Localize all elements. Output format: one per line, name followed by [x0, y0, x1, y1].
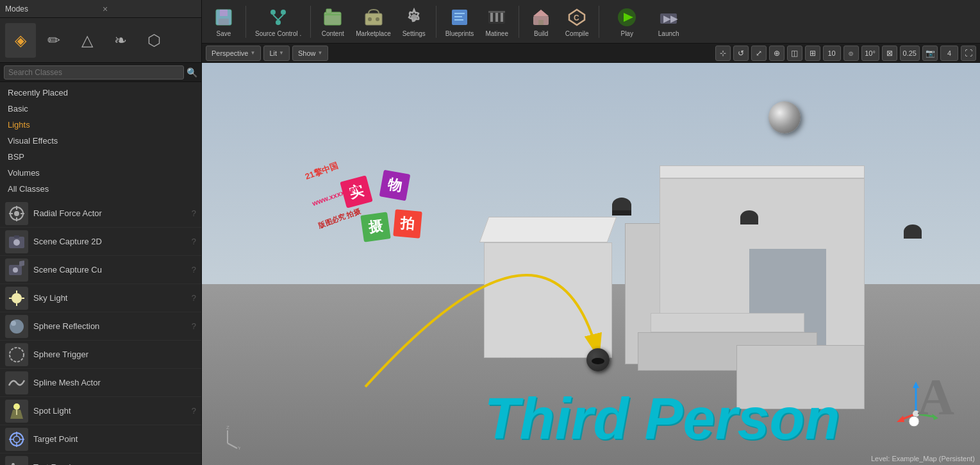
item-icon: [5, 315, 28, 338]
angle-value[interactable]: 10°: [861, 46, 879, 61]
help-icon[interactable]: ?: [192, 237, 196, 246]
viewport-toolbar: Perspective ▼ Lit ▼ Show ▼ ⊹ ↺ ⤢ ⊕ ◫ ⊞ 1…: [202, 44, 980, 63]
item-icon: [5, 202, 28, 225]
list-item[interactable]: Aa Text Render: [0, 453, 201, 465]
source-control-button[interactable]: Source Control .: [251, 3, 305, 41]
source-control-icon: [267, 6, 290, 29]
lit-dropdown-button[interactable]: Lit ▼: [263, 46, 290, 61]
list-item[interactable]: Target Point: [0, 425, 201, 453]
svg-point-7: [13, 239, 20, 246]
step-block-2: [651, 313, 804, 332]
category-basic[interactable]: Basic: [0, 101, 201, 117]
play-button[interactable]: Play: [604, 3, 649, 41]
build-icon: [529, 6, 552, 29]
sep-2: [310, 6, 311, 38]
marketplace-label: Marketplace: [356, 30, 390, 37]
angle-snap-icon-btn[interactable]: ⌾: [843, 46, 859, 61]
help-icon[interactable]: ?: [192, 208, 196, 218]
list-item[interactable]: Sphere Trigger: [0, 341, 201, 369]
modes-header: Modes ×: [0, 0, 201, 18]
maximize-icon-btn[interactable]: ⛶: [961, 46, 976, 61]
svg-point-37: [281, 10, 286, 15]
help-icon[interactable]: ?: [192, 265, 196, 275]
show-dropdown-button[interactable]: Show ▼: [292, 46, 328, 61]
third-person-title: Third Person: [484, 386, 840, 452]
sphere-object: [768, 101, 801, 133]
category-lights[interactable]: Lights: [0, 117, 201, 133]
search-input[interactable]: [4, 65, 184, 80]
settings-icon: [403, 6, 426, 29]
item-label: Sky Light: [33, 293, 187, 303]
build-button[interactable]: Build: [524, 3, 558, 41]
foliage-mode-icon[interactable]: ❧: [105, 23, 136, 58]
modes-close-button[interactable]: ×: [103, 4, 196, 14]
actors-list: Radial Force Actor ? Scene Capture 2D ? …: [0, 199, 201, 465]
category-bsp[interactable]: BSP: [0, 149, 201, 165]
svg-text:▶▶: ▶▶: [663, 13, 678, 24]
svg-text:Aa: Aa: [9, 461, 24, 466]
marketplace-button[interactable]: Marketplace: [352, 3, 394, 41]
item-label: Text Render: [33, 462, 196, 465]
svg-rect-35: [219, 19, 229, 25]
scale-snap-icon-btn[interactable]: ⊠: [882, 46, 897, 61]
matinee-icon: [485, 6, 508, 29]
content-icon: [321, 6, 344, 29]
sep-4: [519, 6, 519, 38]
3d-viewport[interactable]: 实 物 拍 摄 21擎中国 www.xxxx.com 版图必究 拍摄 Third…: [202, 63, 980, 465]
camera-speed-value[interactable]: 4: [940, 46, 958, 61]
compile-button[interactable]: C Compile: [560, 3, 594, 41]
marketplace-icon: [362, 6, 385, 29]
source-control-label: Source Control .: [255, 30, 301, 37]
rotate-icon-btn[interactable]: ↺: [733, 46, 749, 61]
category-all-classes[interactable]: All Classes: [0, 181, 201, 197]
translate-icon-btn[interactable]: ⊹: [715, 46, 731, 61]
list-item[interactable]: Radial Force Actor ?: [0, 199, 201, 228]
matinee-button[interactable]: Matinee: [480, 3, 513, 41]
item-label: Radial Force Actor: [33, 208, 187, 218]
content-button[interactable]: Content: [316, 3, 349, 41]
svg-rect-10: [19, 260, 24, 266]
item-icon: [5, 428, 28, 451]
item-icon: [5, 400, 28, 423]
grid-size-value[interactable]: 10: [823, 46, 841, 61]
svg-rect-43: [365, 13, 382, 25]
viewport-right-tools: ⊹ ↺ ⤢ ⊕ ◫ ⊞ 10 ⌾ 10° ⊠ 0.25 📷 4 ⛶: [715, 46, 976, 61]
category-recently-placed[interactable]: Recently Placed: [0, 85, 201, 101]
save-button[interactable]: Save: [207, 3, 240, 41]
compile-icon: C: [565, 6, 588, 29]
scale-icon-btn[interactable]: ⤢: [751, 46, 767, 61]
landscape-mode-icon[interactable]: △: [72, 23, 103, 58]
world-local-icon-btn[interactable]: ⊕: [769, 46, 785, 61]
scale-value[interactable]: 0.25: [900, 46, 920, 61]
item-icon: [5, 230, 28, 253]
help-icon[interactable]: ?: [192, 321, 196, 331]
list-item[interactable]: Sphere Reflection ?: [0, 312, 201, 341]
show-caret-icon: ▼: [317, 50, 322, 56]
category-visual-effects[interactable]: Visual Effects: [0, 133, 201, 149]
item-label: Target Point: [33, 434, 196, 444]
sep-3: [436, 6, 436, 38]
play-icon: [615, 6, 638, 29]
list-item[interactable]: Scene Capture Cu ?: [0, 256, 201, 284]
blueprints-button[interactable]: Blueprints: [442, 3, 478, 41]
geometry-mode-icon[interactable]: ⬡: [138, 23, 169, 58]
launch-icon: ▶▶: [657, 6, 680, 29]
surface-snap-icon-btn[interactable]: ◫: [787, 46, 802, 61]
list-item[interactable]: Spline Mesh Actor: [0, 369, 201, 397]
svg-rect-52: [490, 13, 493, 22]
category-volumes[interactable]: Volumes: [0, 165, 201, 181]
list-item[interactable]: Spot Light ?: [0, 397, 201, 425]
camera-speed-icon-btn[interactable]: 📷: [922, 46, 938, 61]
list-item[interactable]: Scene Capture 2D ?: [0, 228, 201, 256]
grid-snap-icon-btn[interactable]: ⊞: [805, 46, 820, 61]
help-icon[interactable]: ?: [192, 293, 196, 303]
perspective-dropdown-button[interactable]: Perspective ▼: [206, 46, 261, 61]
launch-button[interactable]: ▶▶ Launch: [652, 3, 685, 41]
help-icon[interactable]: ?: [192, 406, 196, 416]
settings-button[interactable]: Settings: [397, 3, 431, 41]
svg-rect-47: [452, 10, 467, 25]
list-item[interactable]: Sky Light ?: [0, 284, 201, 312]
svg-line-40: [278, 15, 283, 20]
paint-mode-icon[interactable]: ✏: [38, 23, 69, 58]
place-mode-icon[interactable]: ◈: [5, 23, 36, 58]
